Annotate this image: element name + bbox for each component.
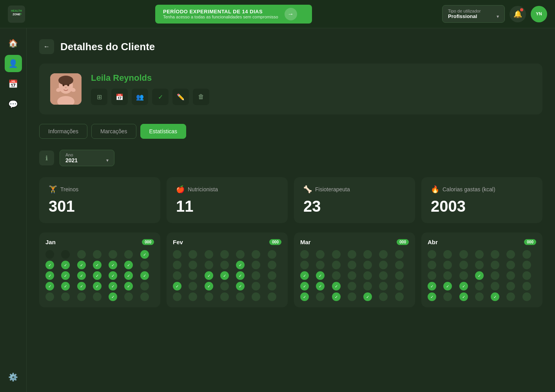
filter-row: ℹ Ano 2021 ▾	[39, 150, 542, 166]
calendar-dot	[124, 292, 133, 301]
tab-marcacoes[interactable]: Marcações	[91, 124, 136, 139]
calendar-dot	[268, 261, 276, 269]
associate-icon: 👥	[136, 93, 144, 101]
calendar-dot	[443, 250, 452, 259]
notifications-btn[interactable]: 🔔	[510, 6, 526, 22]
stat-card-calorias: 🔥 Calorias gastas (kcal) 2003	[421, 177, 542, 223]
calorias-value: 2003	[431, 198, 533, 215]
year-selector[interactable]: Ano 2021 ▾	[60, 150, 114, 166]
calendar-dot	[379, 250, 388, 259]
year-label: Ano	[65, 152, 109, 157]
back-button[interactable]: ←	[39, 39, 54, 54]
calorias-label: Calorias gastas (kcal)	[443, 186, 495, 192]
sidebar-item-clients[interactable]: 👤	[5, 55, 22, 72]
calendar-dot: ✓	[109, 261, 117, 269]
calendar-dot	[395, 271, 404, 280]
calendar-dot	[268, 271, 276, 280]
client-avatar	[50, 73, 82, 105]
calendar-dot: ✓	[236, 282, 245, 290]
fisioterapeuta-icon: 🦴	[303, 185, 312, 194]
trial-banner[interactable]: PERÍODO EXPERIMENTAL DE 14 DIAS Tenha ac…	[155, 5, 312, 24]
calendar-dot: ✓	[45, 271, 54, 280]
check-circle-icon: ✓	[158, 93, 163, 101]
nutricionista-icon: 🍎	[176, 185, 185, 194]
calendar-dot	[45, 292, 54, 301]
calendar-dot: ✓	[93, 271, 102, 280]
stat-card-treinos: 🏋 Treinos 301	[39, 177, 160, 223]
calendar-dot: ✓	[332, 282, 341, 290]
user-type-selector[interactable]: Tipo de utilizador Profissional ▾	[442, 5, 505, 23]
calendar-dot: ✓	[316, 282, 325, 290]
month-badge-abr: 000	[524, 239, 536, 245]
calendar-dot: ✓	[77, 282, 86, 290]
svg-text:HEALTH: HEALTH	[11, 9, 22, 12]
calendar-dot	[395, 292, 404, 301]
associate-btn[interactable]: 👥	[132, 89, 148, 105]
year-value: 2021	[65, 157, 78, 163]
month-card-jan: Jan000✓✓✓✓✓✓✓✓✓✓✓✓✓✓✓✓✓✓✓✓✓	[39, 232, 160, 307]
calendar-dot	[443, 271, 452, 280]
share-btn[interactable]: ⊞	[91, 89, 107, 105]
clients-icon: 👤	[8, 59, 18, 68]
edit-btn[interactable]: ✏️	[172, 89, 189, 105]
calendar-grid-mar: ✓✓✓✓✓✓✓✓	[300, 250, 409, 301]
calendar-dot	[140, 292, 149, 301]
calendar-dot	[252, 250, 260, 259]
calendar-btn[interactable]: 📅	[111, 89, 128, 105]
calendar-dot	[45, 250, 54, 259]
calendar-dot: ✓	[236, 271, 245, 280]
calendar-dot	[332, 261, 341, 269]
calendar-dot	[459, 271, 468, 280]
info-button[interactable]: ℹ	[39, 151, 54, 165]
sidebar-item-messages[interactable]: 💬	[5, 96, 22, 113]
sidebar-item-settings[interactable]: ⚙️	[5, 368, 22, 386]
calendar-dot: ✓	[428, 292, 436, 301]
tab-informacoes[interactable]: Informações	[39, 124, 87, 139]
calendar-dot	[379, 292, 388, 301]
trial-arrow-btn[interactable]: →	[285, 8, 297, 20]
activate-btn[interactable]: ✓	[152, 89, 169, 105]
calendar-dot	[236, 250, 245, 259]
calendar-dot	[140, 261, 149, 269]
user-avatar-btn[interactable]: YN	[531, 6, 547, 22]
calendar-dot: ✓	[475, 271, 484, 280]
share-icon: ⊞	[97, 93, 102, 101]
client-name: Leila Reynolds	[91, 73, 531, 83]
calendar-dot	[395, 282, 404, 290]
calendar-dot	[173, 250, 181, 259]
calendar-dot: ✓	[443, 282, 452, 290]
calendar-dot	[428, 250, 436, 259]
calendar-grid-jan: ✓✓✓✓✓✓✓✓✓✓✓✓✓✓✓✓✓✓✓✓✓	[45, 250, 154, 301]
month-card-fev: Fev000✓✓✓✓✓✓✓	[167, 232, 288, 307]
sidebar-item-schedule[interactable]: 📅	[5, 75, 22, 93]
calendar-grid-fev: ✓✓✓✓✓✓✓	[173, 250, 281, 301]
calendar-dot	[332, 271, 341, 280]
calendar-dot	[459, 250, 468, 259]
calendar-dot	[475, 282, 484, 290]
month-badge-fev: 000	[269, 239, 281, 245]
calendar-dot	[491, 271, 499, 280]
calendar-dot: ✓	[109, 271, 117, 280]
calendar-dot: ✓	[300, 282, 309, 290]
tab-estatisticas[interactable]: Estatísticas	[140, 124, 187, 139]
calendar-dot	[189, 282, 197, 290]
year-chevron-icon: ▾	[106, 158, 109, 163]
notification-dot	[520, 8, 523, 11]
calendar-dot	[236, 292, 245, 301]
info-icon: ℹ	[45, 154, 48, 162]
sidebar-item-home[interactable]: 🏠	[5, 34, 22, 52]
calendar-dot	[348, 292, 356, 301]
calendar-dot	[348, 282, 356, 290]
calendar-dot	[268, 292, 276, 301]
calendar-dot	[348, 261, 356, 269]
delete-btn[interactable]: 🗑	[193, 89, 209, 105]
calendar-dot	[189, 271, 197, 280]
calendar-dot	[522, 271, 531, 280]
calendar-dot	[252, 261, 260, 269]
calendar-dot: ✓	[428, 282, 436, 290]
calendar-dot: ✓	[173, 282, 181, 290]
svg-point-11	[67, 84, 69, 86]
page-title: Detalhes do Cliente	[60, 41, 155, 53]
calendar-dot: ✓	[109, 292, 117, 301]
back-arrow-icon: ←	[44, 43, 50, 50]
